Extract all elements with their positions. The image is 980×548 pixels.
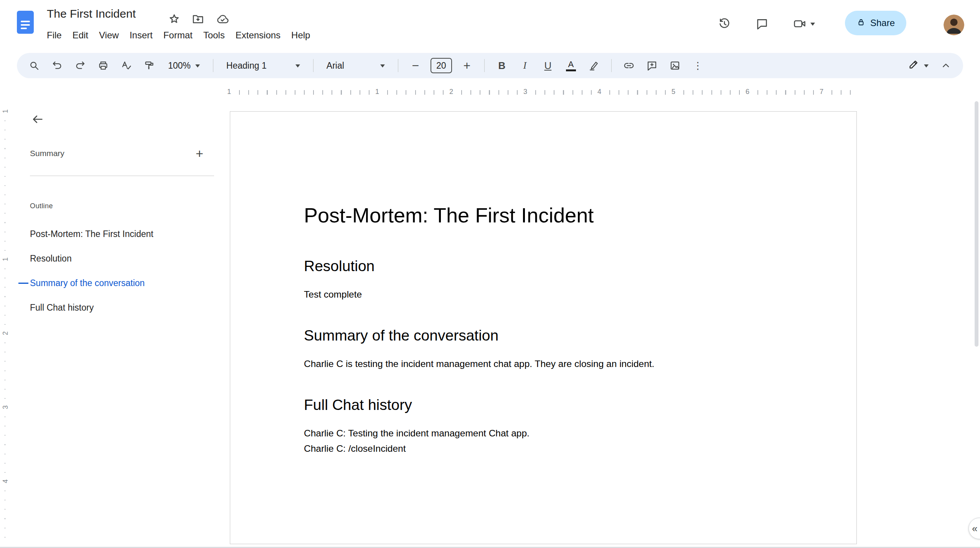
doc-section-summary: Summary of the conversation Charlie C is… (304, 326, 784, 372)
close-outline-button[interactable] (28, 109, 48, 129)
outline-item-label: Resolution (30, 253, 72, 263)
ruler-number: 4 (594, 87, 605, 97)
editing-mode-select[interactable] (904, 59, 932, 72)
font-value: Arial (327, 61, 344, 71)
outline-item-label: Post-Mortem: The First Incident (30, 229, 153, 239)
back-arrow-icon (31, 113, 44, 126)
menu-insert[interactable]: Insert (124, 26, 158, 44)
vertical-ruler: 1 1 2 3 4 (0, 98, 12, 548)
font-select[interactable]: Arial (323, 61, 389, 71)
video-dropdown-caret-icon[interactable] (810, 23, 815, 28)
zoom-caret-icon (195, 64, 200, 70)
hide-menus-icon[interactable] (938, 58, 954, 74)
horizontal-ruler[interactable]: 1 1 2 3 4 5 6 7 (0, 85, 980, 98)
undo-icon[interactable] (49, 58, 65, 74)
highlight-color-icon[interactable] (586, 58, 602, 74)
toolbar-separator (398, 59, 398, 72)
outline-label: Outline (30, 202, 53, 210)
move-folder-icon[interactable] (190, 11, 206, 28)
outline-item[interactable]: Post-Mortem: The First Incident (0, 222, 226, 246)
video-camera-icon[interactable] (789, 13, 810, 35)
avatar[interactable] (944, 15, 964, 35)
bold-icon: B (498, 61, 505, 71)
doc-paragraph[interactable]: Test complete (304, 287, 784, 302)
add-summary-button[interactable]: + (190, 143, 210, 163)
italic-icon: I (523, 61, 526, 71)
sidebar-divider (30, 176, 214, 176)
vruler-number: 1 (0, 106, 11, 117)
cloud-saved-icon[interactable] (214, 11, 231, 28)
menu-tools[interactable]: Tools (198, 26, 230, 44)
docs-logo-icon[interactable] (16, 10, 35, 35)
collapse-panel-button[interactable]: « (968, 518, 980, 539)
outline-list: Post-Mortem: The First Incident Resoluti… (0, 222, 226, 320)
search-menus-icon[interactable] (26, 58, 42, 74)
outline-item[interactable]: Resolution (0, 246, 226, 271)
ruler-number: 2 (445, 87, 457, 97)
ruler-number: 1 (371, 87, 383, 97)
insert-image-icon[interactable] (667, 58, 683, 74)
doc-paragraph[interactable]: Charlie C: Testing the incident manageme… (304, 426, 784, 441)
text-color-button[interactable]: A (563, 58, 579, 74)
more-options-button[interactable]: ⋮ (690, 58, 706, 74)
join-call-button[interactable] (789, 13, 815, 35)
document-title[interactable]: The First Incident (47, 6, 136, 21)
toolbar-separator (213, 59, 213, 72)
menu-view[interactable]: View (94, 26, 124, 44)
print-icon[interactable] (95, 58, 111, 74)
comments-icon[interactable] (751, 13, 773, 35)
doc-heading-2[interactable]: Resolution (304, 257, 784, 276)
doc-paragraph[interactable]: Charlie C is testing the incident manage… (304, 356, 784, 372)
zoom-value: 100% (168, 61, 191, 71)
paragraph-style-select[interactable]: Heading 1 (223, 61, 304, 71)
style-caret-icon (295, 64, 300, 70)
menu-extensions[interactable]: Extensions (230, 26, 286, 44)
google-docs-app: { "header": { "title": "The First Incide… (0, 0, 980, 548)
lock-icon (856, 18, 866, 28)
increase-font-size-button[interactable]: + (459, 58, 475, 74)
italic-button[interactable]: I (517, 58, 533, 74)
font-size-input[interactable]: 20 (431, 58, 452, 73)
ruler-number: 6 (742, 87, 753, 97)
toolbar-separator (484, 59, 485, 72)
add-comment-icon[interactable] (644, 58, 660, 74)
document-page[interactable]: Post-Mortem: The First Incident Resoluti… (230, 111, 857, 544)
scrollbar-thumb[interactable] (975, 101, 978, 347)
active-indicator (18, 283, 28, 284)
underline-button[interactable]: U (540, 58, 556, 74)
doc-heading-1[interactable]: Post-Mortem: The First Incident (304, 203, 784, 227)
outline-item-label: Summary of the conversation (30, 278, 145, 288)
underline-icon: U (544, 61, 551, 71)
collapse-icon: « (972, 523, 977, 535)
spellcheck-icon[interactable] (118, 58, 134, 74)
menu-format[interactable]: Format (158, 26, 198, 44)
doc-section-resolution: Resolution Test complete (304, 257, 784, 302)
doc-paragraph[interactable]: Charlie C: /closeIncident (304, 441, 784, 456)
star-icon[interactable] (166, 11, 183, 28)
share-button-label: Share (870, 18, 895, 28)
redo-icon[interactable] (72, 58, 88, 74)
paint-format-icon[interactable] (141, 58, 157, 74)
zoom-select[interactable]: 100% (164, 61, 204, 71)
pencil-icon (908, 59, 919, 72)
minus-icon: − (412, 59, 419, 72)
insert-link-icon[interactable] (621, 58, 637, 74)
menu-help[interactable]: Help (286, 26, 315, 44)
menu-file[interactable]: File (41, 26, 67, 44)
vruler-number: 3 (0, 402, 11, 413)
menu-edit[interactable]: Edit (67, 26, 94, 44)
toolbar: 100% Heading 1 Arial − 20 + B I U A (17, 53, 963, 78)
vruler-number: 2 (0, 328, 11, 339)
share-button[interactable]: Share (845, 11, 906, 35)
ruler-number: 3 (520, 87, 531, 97)
ruler-number: 5 (668, 87, 679, 97)
outline-item[interactable]: Full Chat history (0, 295, 226, 320)
version-history-icon[interactable] (714, 13, 735, 35)
mode-caret-icon (924, 64, 929, 70)
bold-button[interactable]: B (494, 58, 510, 74)
doc-heading-2[interactable]: Summary of the conversation (304, 326, 784, 345)
ruler-number: 1 (223, 87, 235, 97)
decrease-font-size-button[interactable]: − (408, 58, 424, 74)
doc-heading-2[interactable]: Full Chat history (304, 395, 784, 415)
outline-item-active[interactable]: Summary of the conversation (0, 271, 226, 295)
